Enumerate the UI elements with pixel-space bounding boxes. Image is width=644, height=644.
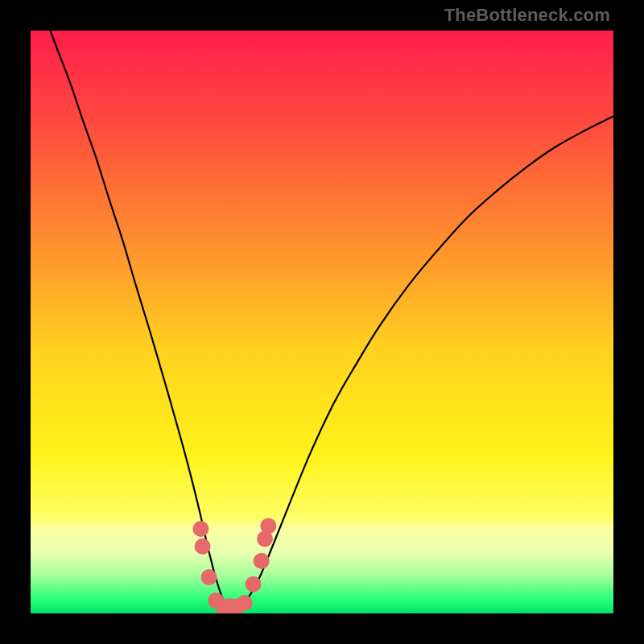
highlight-dot <box>237 595 253 611</box>
highlight-dot <box>192 521 208 537</box>
highlight-dot <box>254 553 270 569</box>
chart-background <box>31 31 613 613</box>
chart-svg <box>31 31 613 613</box>
plot-area <box>31 31 613 613</box>
highlight-dot <box>246 576 262 592</box>
watermark-text: TheBottleneck.com <box>444 5 610 26</box>
highlight-dot <box>201 569 217 585</box>
highlight-dot <box>195 539 211 555</box>
outer-frame: TheBottleneck.com <box>0 0 644 644</box>
highlight-dot <box>260 518 276 534</box>
